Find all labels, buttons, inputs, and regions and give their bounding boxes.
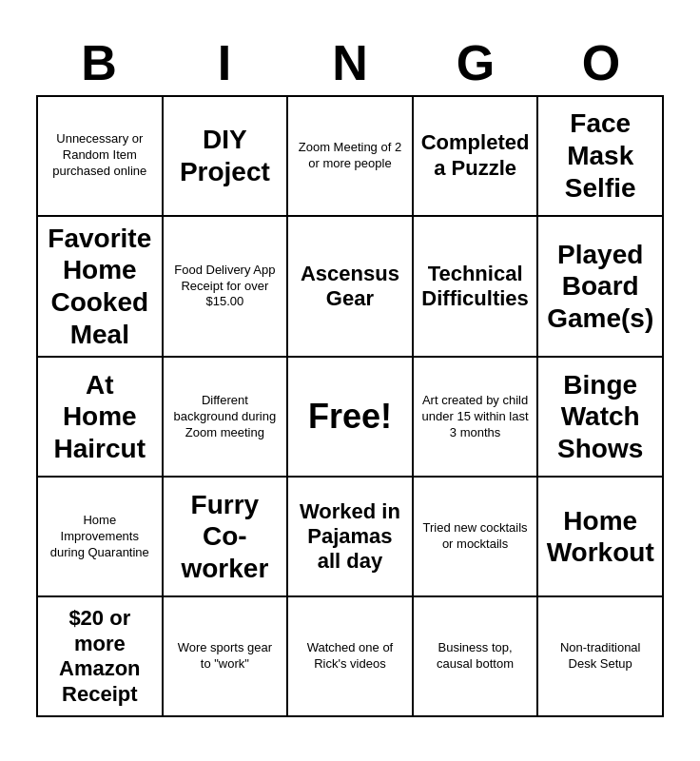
bingo-cell-24: Non-traditional Desk Setup [538,597,664,717]
cell-text-0: Unnecessary or Random Item purchased onl… [46,131,154,180]
bingo-header: BINGO [36,34,664,91]
bingo-cell-4: Face Mask Selfie [538,97,664,217]
header-letter-i: I [163,34,286,91]
header-letter-b: B [37,34,161,91]
bingo-cell-2: Zoom Meeting of 2 or more people [288,97,414,217]
bingo-grid: Unnecessary or Random Item purchased onl… [36,95,664,717]
bingo-cell-19: Home Workout [538,478,664,597]
bingo-cell-8: Technical Difficulties [414,217,539,358]
bingo-cell-16: Furry Co-worker [164,478,289,597]
bingo-cell-5: Favorite Home Cooked Meal [38,217,164,358]
bingo-cell-1: DIY Project [164,97,289,217]
bingo-cell-18: Tried new cocktails or mocktails [414,478,539,597]
cell-text-12: Free! [308,395,392,439]
header-letter-n: N [288,34,412,91]
bingo-cell-20: $20 or more Amazon Receipt [38,597,164,717]
bingo-cell-9: Played Board Game(s) [538,217,664,358]
cell-text-21: Wore sports gear to "work" [171,640,280,673]
bingo-cell-11: Different background during Zoom meeting [164,358,289,478]
cell-text-15: Home Improvements during Quarantine [46,513,154,561]
cell-text-16: Furry Co-worker [171,489,280,585]
cell-text-11: Different background during Zoom meeting [171,393,280,441]
cell-text-23: Business top, causal bottom [421,640,530,673]
cell-text-24: Non-traditional Desk Setup [546,640,654,673]
bingo-card: BINGO Unnecessary or Random Item purchas… [17,25,683,736]
cell-text-20: $20 or more Amazon Receipt [46,606,154,707]
cell-text-3: Completed a Puzzle [421,130,530,181]
cell-text-8: Technical Difficulties [421,262,530,312]
header-letter-o: O [539,34,663,91]
bingo-cell-6: Food Delivery App Receipt for over $15.0… [164,217,289,358]
bingo-cell-17: Worked in Pajamas all day [288,478,414,597]
cell-text-14: Binge Watch Shows [546,369,654,465]
bingo-cell-13: Art created by child under 15 within las… [414,358,539,478]
cell-text-5: Favorite Home Cooked Meal [46,223,154,350]
cell-text-9: Played Board Game(s) [546,239,654,335]
bingo-cell-10: At Home Haircut [38,358,164,478]
cell-text-6: Food Delivery App Receipt for over $15.0… [171,263,280,311]
bingo-cell-0: Unnecessary or Random Item purchased onl… [38,97,164,217]
bingo-cell-23: Business top, causal bottom [414,597,539,717]
bingo-cell-15: Home Improvements during Quarantine [38,478,164,597]
cell-text-18: Tried new cocktails or mocktails [421,520,530,553]
bingo-cell-12: Free! [288,358,414,478]
bingo-cell-14: Binge Watch Shows [538,358,664,478]
cell-text-1: DIY Project [171,124,280,187]
cell-text-2: Zoom Meeting of 2 or more people [296,140,404,172]
bingo-cell-3: Completed a Puzzle [414,97,539,217]
header-letter-g: G [414,34,537,91]
cell-text-19: Home Workout [546,505,654,569]
cell-text-4: Face Mask Selfie [546,107,654,204]
cell-text-17: Worked in Pajamas all day [296,499,404,575]
cell-text-22: Watched one of Rick's videos [296,640,404,673]
cell-text-13: Art created by child under 15 within las… [421,393,530,441]
bingo-cell-21: Wore sports gear to "work" [164,597,289,717]
bingo-cell-22: Watched one of Rick's videos [288,597,414,717]
bingo-cell-7: Ascensus Gear [288,217,414,358]
cell-text-7: Ascensus Gear [296,262,404,312]
cell-text-10: At Home Haircut [46,369,154,465]
